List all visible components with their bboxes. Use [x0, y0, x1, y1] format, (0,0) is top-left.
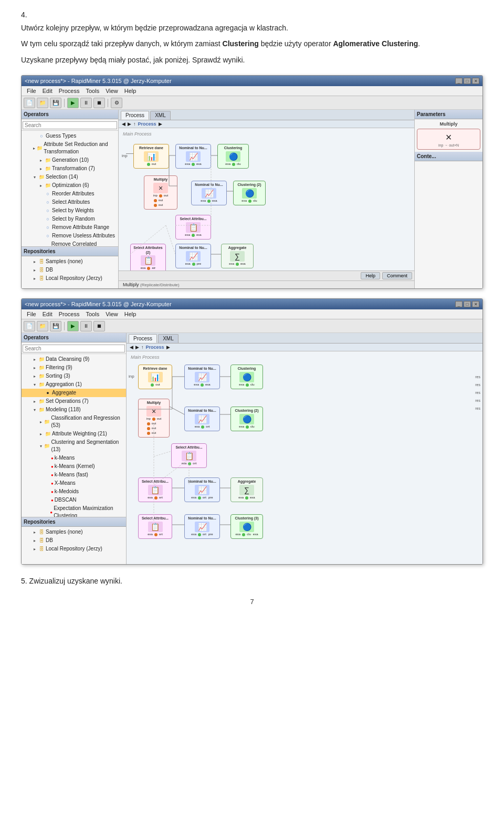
tree-item-guess-types[interactable]: ○ Guess Types	[22, 132, 118, 140]
node-aggregate-1[interactable]: Aggregate ∑ exa exa	[221, 244, 254, 268]
minimize-btn-1[interactable]: _	[455, 78, 463, 84]
menu-file-1[interactable]: File	[24, 87, 39, 95]
repo-local-1[interactable]: ▸ 🗄 Local Repository (Jerzy)	[22, 274, 118, 283]
node-clustering2-2[interactable]: Clustering (2) 🔵 exa clu	[230, 407, 263, 431]
search-input-2[interactable]	[23, 345, 125, 352]
toolbar-open-2[interactable]: 📁	[37, 321, 48, 331]
menu-view-1[interactable]: View	[102, 87, 121, 95]
search-input-1[interactable]	[23, 121, 117, 129]
tree-item-remove-correlated[interactable]: ○ Remove Correlated Attributes	[22, 240, 118, 246]
window-controls-1[interactable]: _ □ ✕	[455, 78, 479, 84]
node-retrieve-2[interactable]: Retrieve dane 📊 out	[138, 365, 172, 389]
repo-samples-2[interactable]: ▸ 🗄 Samples (none)	[22, 528, 126, 536]
repo-db-2[interactable]: ▸ 🗄 DB	[22, 536, 126, 545]
tree-item-aggregate-2[interactable]: ● Aggregate	[22, 389, 126, 397]
tree-item-generation[interactable]: ▸ 📁 Generation (10)	[22, 156, 118, 164]
node-nominal1-1[interactable]: Nominal to Nu... 📈 exa exa	[175, 144, 211, 168]
toolbar-new-2[interactable]: 📄	[24, 321, 35, 331]
toolbar-run-2[interactable]: ▶	[67, 321, 79, 331]
node-select1-2[interactable]: Select Attribu... 📋 exa ort	[171, 443, 207, 467]
close-btn-2[interactable]: ✕	[472, 301, 479, 307]
menu-file-2[interactable]: File	[24, 310, 39, 318]
toolbar-stop-1[interactable]: ⏸	[80, 98, 92, 108]
tree-item-kmeans-fast-2[interactable]: ● k-Means (fast)	[22, 471, 126, 479]
node-nominal3-1[interactable]: Nominal to Nu... 📈 exa pre	[175, 244, 211, 268]
node-select2-2[interactable]: Select Attribu... 📋 exa ort	[138, 477, 172, 502]
tree-item-transformation[interactable]: ▸ 📁 Transformation (7)	[22, 164, 118, 173]
tree-item-kmedoids-2[interactable]: ● k-Medoids	[22, 487, 126, 496]
menu-edit-2[interactable]: Edit	[39, 310, 56, 318]
menu-process-1[interactable]: Process	[56, 87, 83, 95]
menu-tools-2[interactable]: Tools	[82, 310, 102, 318]
toolbar-run-1[interactable]: ▶	[67, 98, 79, 108]
tree-item-aggregation-2[interactable]: ▾ 📁 Aggregation (1)	[22, 380, 126, 389]
toolbar-save-2[interactable]: 💾	[50, 321, 61, 331]
node-nominal1-2[interactable]: Nominal to Nu... 📈 exa exa	[184, 365, 220, 389]
maximize-btn-2[interactable]: □	[464, 301, 471, 307]
tree-item-selection[interactable]: ▾ 📁 Selection (14)	[22, 173, 118, 181]
node-nominal2-2[interactable]: Nominal to Nu... 📈 exa ort	[184, 407, 220, 431]
node-select2-1[interactable]: Select Attributes (2) 📋 exa atr	[130, 244, 166, 271]
tree-item-kmeans-kernel-2[interactable]: ● k-Means (Kernel)	[22, 462, 126, 471]
tree-item-class-reg-2[interactable]: ▸ 📁 Classification and Regression (53)	[22, 414, 126, 430]
toolbar-save-1[interactable]: 💾	[50, 98, 61, 108]
toolbar-open-1[interactable]: 📁	[37, 98, 48, 108]
breadcrumb-process-1[interactable]: Process	[138, 121, 156, 127]
node-select1-1[interactable]: Select Attribu... 📋 exa exa	[175, 215, 211, 239]
tree-item-em-clustering-2[interactable]: ● Expectation Maximization Clustering	[22, 504, 126, 517]
tab-xml-2[interactable]: XML	[158, 334, 178, 343]
comment-button-1[interactable]: Comment	[382, 272, 412, 279]
maximize-btn-1[interactable]: □	[464, 78, 471, 84]
toolbar-stop-2[interactable]: ⏸	[80, 321, 92, 331]
node-multiply-2[interactable]: Multiply × inp out out	[138, 399, 170, 437]
tab-xml-1[interactable]: XML	[150, 111, 171, 120]
close-btn-1[interactable]: ✕	[472, 78, 479, 84]
tree-item-remove-range[interactable]: ○ Remove Attribute Range	[22, 223, 118, 232]
window-controls-2[interactable]: _ □ ✕	[455, 301, 479, 307]
node-nominal3-2[interactable]: Nominal to Nu... 📈 exa ort pre	[184, 477, 220, 502]
tree-item-attr-set[interactable]: ▸ 📁 Attribute Set Reduction and Transfor…	[22, 140, 118, 156]
toolbar-new-1[interactable]: 📄	[24, 98, 35, 108]
node-nominal2-1[interactable]: Nominal to Nu... 📈 exa exa	[191, 181, 227, 205]
tree-item-dbscan-2[interactable]: ● DBSCAN	[22, 496, 126, 504]
tab-process-2[interactable]: Process	[129, 334, 157, 343]
repo-samples-1[interactable]: ▸ 🗄 Samples (none)	[22, 257, 118, 266]
repo-local-2[interactable]: ▸ 🗄 Local Repository (Jerzy)	[22, 545, 126, 553]
toolbar-step-1[interactable]: ⏹	[93, 98, 105, 108]
tree-item-select-attr[interactable]: ○ Select Attributes	[22, 198, 118, 206]
node-retrieve-1[interactable]: Retrieve dane 📊 out	[133, 144, 169, 168]
tree-item-select-weights[interactable]: ○ Select by Weights	[22, 206, 118, 215]
node-clustering3-2[interactable]: Clustering (3) 🔵 exa clu exa	[230, 514, 263, 538]
tree-item-kmeans-2[interactable]: ● k-Means	[22, 454, 126, 462]
repo-db-1[interactable]: ▸ 🗄 DB	[22, 266, 118, 274]
tree-item-sorting-2[interactable]: ▸ 📁 Sorting (3)	[22, 372, 126, 380]
tree-item-data-cleansing-2[interactable]: ▸ 📁 Data Cleansing (9)	[22, 355, 126, 363]
tree-item-modeling-2[interactable]: ▾ 📁 Modeling (118)	[22, 405, 126, 414]
tree-item-attr-weight-2[interactable]: ▸ 📁 Attribute Weighting (21)	[22, 430, 126, 438]
menu-help-1[interactable]: Help	[121, 87, 140, 95]
tree-item-remove-useless[interactable]: ○ Remove Useless Attributes	[22, 232, 118, 240]
node-clustering2-1[interactable]: Clustering (2) 🔵 exa clu	[233, 181, 266, 205]
menu-help-2[interactable]: Help	[121, 310, 140, 318]
menu-process-2[interactable]: Process	[56, 310, 83, 318]
node-clustering1-1[interactable]: Clustering 🔵 exa clu	[217, 144, 249, 168]
tree-item-select-random[interactable]: ○ Select by Random	[22, 215, 118, 223]
node-select3-2[interactable]: Select Attribu... 📋 exa ort	[138, 514, 172, 538]
menu-edit-1[interactable]: Edit	[39, 87, 56, 95]
menu-view-2[interactable]: View	[102, 310, 121, 318]
toolbar-step-2[interactable]: ⏹	[93, 321, 105, 331]
toolbar-settings-1[interactable]: ⚙	[111, 98, 122, 108]
tree-item-xmeans-2[interactable]: ● X-Means	[22, 479, 126, 487]
menu-tools-1[interactable]: Tools	[82, 87, 102, 95]
tree-item-optimization[interactable]: ▸ 📁 Optimization (6)	[22, 181, 118, 190]
node-multiply-1[interactable]: Multiply × inp out out	[144, 175, 177, 209]
breadcrumb-process-2[interactable]: Process	[146, 345, 164, 350]
tree-item-set-ops-2[interactable]: ▸ 📁 Set Operations (7)	[22, 397, 126, 405]
tree-item-clustering-seg-2[interactable]: ▾ 📁 Clustering and Segmentation (13)	[22, 438, 126, 454]
tree-item-filtering-2[interactable]: ▸ 📁 Filtering (9)	[22, 363, 126, 372]
minimize-btn-2[interactable]: _	[455, 301, 463, 307]
node-clustering1-2[interactable]: Clustering 🔵 exa clu	[230, 365, 263, 389]
help-button-1[interactable]: Help	[361, 272, 380, 279]
node-nominal4-2[interactable]: Nominal to Nu... 📈 exa ort pre	[184, 514, 220, 538]
node-aggregate-2[interactable]: Aggregate ∑ exa exa	[230, 477, 263, 502]
